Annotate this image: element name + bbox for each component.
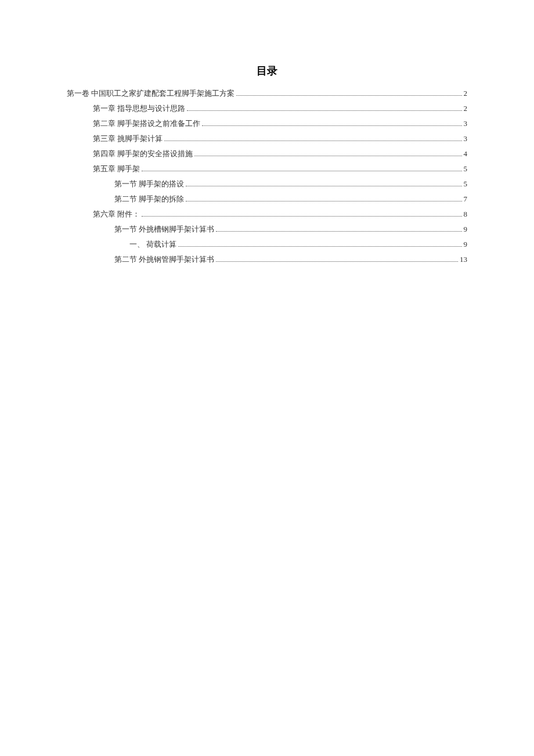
toc-dot-leader	[194, 156, 461, 156]
toc-container: 第一卷 中国职工之家扩建配套工程脚手架施工方案2第一章 指导思想与设计思路 2第…	[67, 86, 467, 267]
toc-entry-text: 第一章 指导思想与设计思路	[93, 101, 185, 116]
toc-entry[interactable]: 第一卷 中国职工之家扩建配套工程脚手架施工方案2	[67, 86, 467, 101]
toc-dot-leader	[216, 261, 458, 262]
toc-entry-text: 第一节 脚手架的搭设	[114, 177, 184, 192]
toc-entry-text: 第一节 外挑槽钢脚手架计算书	[114, 222, 214, 237]
toc-entry-page: 9	[464, 237, 468, 252]
toc-dot-leader	[186, 186, 461, 186]
toc-entry-page: 5	[464, 177, 468, 192]
toc-entry[interactable]: 第二节 脚手架的拆除7	[67, 192, 467, 207]
toc-entry-text: 一、 荷载计算	[129, 237, 176, 252]
toc-dot-leader	[202, 125, 461, 126]
toc-entry-text: 第六章 附件：	[93, 207, 140, 222]
toc-entry[interactable]: 第一节 外挑槽钢脚手架计算书9	[67, 222, 467, 237]
toc-entry-page: 3	[464, 131, 468, 146]
toc-dot-leader	[216, 231, 461, 232]
toc-entry[interactable]: 第五章 脚手架 5	[67, 161, 467, 177]
toc-entry-text: 第二节 外挑钢管脚手架计算书	[114, 252, 214, 267]
toc-entry[interactable]: 第二章 脚手架搭设之前准备工作 3	[67, 116, 467, 131]
toc-entry-text: 第三章 挑脚手架计算	[93, 131, 163, 146]
toc-entry[interactable]: 第一节 脚手架的搭设5	[67, 177, 467, 192]
toc-dot-leader	[142, 216, 461, 217]
toc-entry-text: 第二章 脚手架搭设之前准备工作	[93, 116, 200, 131]
toc-dot-leader	[142, 171, 461, 171]
toc-entry[interactable]: 第六章 附件： 8	[67, 207, 467, 222]
toc-entry[interactable]: 第三章 挑脚手架计算 3	[67, 131, 467, 146]
toc-title: 目录	[67, 64, 467, 78]
toc-entry[interactable]: 一、 荷载计算 9	[67, 237, 467, 252]
toc-entry-page: 13	[460, 252, 467, 267]
toc-dot-leader	[187, 110, 461, 111]
toc-entry-text: 第四章 脚手架的安全搭设措施	[93, 146, 193, 161]
toc-entry-text: 第一卷 中国职工之家扩建配套工程脚手架施工方案	[67, 86, 234, 101]
toc-dot-leader	[178, 246, 461, 247]
toc-entry-page: 2	[464, 101, 468, 116]
toc-dot-leader	[164, 141, 461, 141]
toc-entry-page: 7	[464, 192, 468, 207]
toc-entry-page: 5	[464, 161, 468, 177]
toc-entry[interactable]: 第四章 脚手架的安全搭设措施 4	[67, 146, 467, 161]
toc-entry-text: 第二节 脚手架的拆除	[114, 192, 184, 207]
toc-entry-page: 9	[464, 222, 468, 237]
toc-entry-page: 4	[464, 146, 468, 161]
toc-entry-text: 第五章 脚手架	[93, 161, 140, 177]
toc-entry[interactable]: 第二节 外挑钢管脚手架计算书13	[67, 252, 467, 267]
toc-entry[interactable]: 第一章 指导思想与设计思路 2	[67, 101, 467, 116]
toc-entry-page: 8	[464, 207, 468, 222]
toc-dot-leader	[186, 201, 461, 201]
toc-entry-page: 3	[464, 116, 468, 131]
toc-dot-leader	[236, 95, 461, 96]
toc-entry-page: 2	[464, 86, 468, 101]
